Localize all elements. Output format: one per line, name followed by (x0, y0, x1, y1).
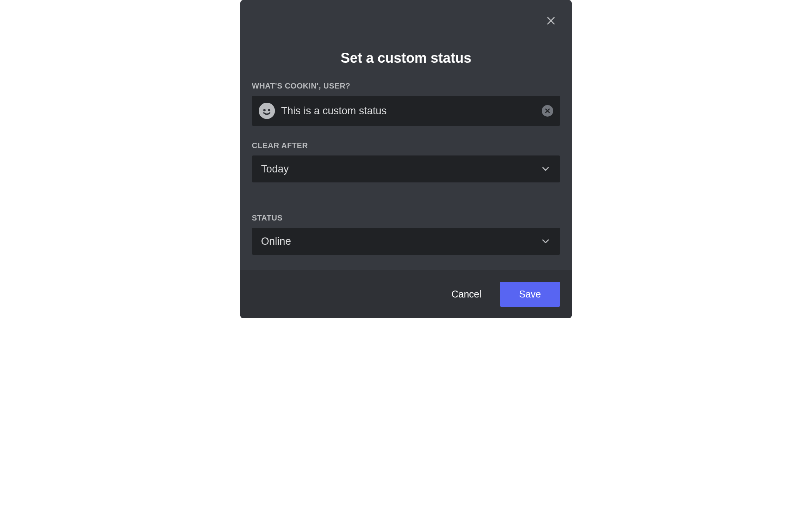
clear-after-select[interactable]: Today (252, 155, 560, 182)
chevron-down-icon (540, 236, 551, 247)
status-text-input[interactable] (281, 105, 542, 117)
clear-after-value: Today (261, 163, 289, 175)
modal-title: Set a custom status (240, 50, 572, 66)
close-icon[interactable] (544, 14, 558, 28)
chevron-down-icon (540, 164, 551, 174)
status-label: STATUS (252, 214, 560, 222)
svg-point-4 (268, 109, 270, 111)
clear-after-label: CLEAR AFTER (252, 141, 560, 150)
status-select[interactable]: Online (252, 228, 560, 255)
svg-point-2 (259, 103, 275, 119)
modal-footer: Cancel Save (240, 270, 572, 318)
divider (252, 198, 560, 198)
clear-input-icon[interactable] (542, 105, 553, 117)
status-input-wrapper (252, 96, 560, 126)
svg-point-3 (263, 109, 266, 111)
modal-header: Set a custom status (240, 0, 572, 82)
modal-body: WHAT'S COOKIN', USER? CLEAR AFTER Tod (240, 82, 572, 255)
custom-status-modal: Set a custom status WHAT'S COOKIN', USER… (240, 0, 572, 318)
cancel-button[interactable]: Cancel (442, 282, 491, 307)
status-value: Online (261, 236, 291, 247)
emoji-picker-icon[interactable] (259, 103, 275, 119)
status-field-label: WHAT'S COOKIN', USER? (252, 82, 560, 90)
save-button[interactable]: Save (500, 282, 560, 307)
